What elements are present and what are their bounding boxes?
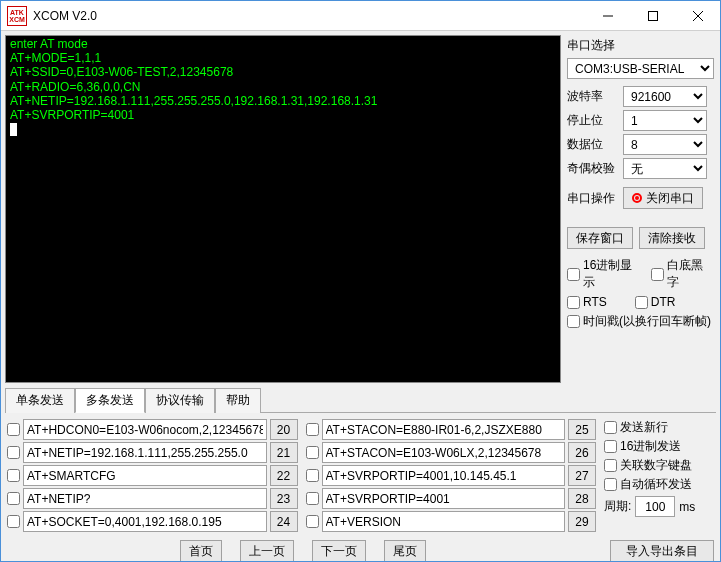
period-input[interactable] bbox=[635, 496, 675, 517]
cursor-icon bbox=[10, 123, 17, 136]
send-row-input[interactable] bbox=[322, 488, 566, 509]
tab-protocol[interactable]: 协议传输 bbox=[145, 388, 215, 413]
stop-label: 停止位 bbox=[567, 112, 619, 129]
serial-settings-panel: 串口选择 COM3:USB-SERIAL 波特率921600 停止位1 数据位8… bbox=[565, 31, 720, 387]
stop-select[interactable]: 1 bbox=[623, 110, 707, 131]
send-row-checkbox[interactable] bbox=[7, 515, 20, 528]
send-row-input[interactable] bbox=[322, 465, 566, 486]
parity-label: 奇偶校验 bbox=[567, 160, 619, 177]
last-page-button[interactable]: 尾页 bbox=[384, 540, 426, 562]
window-title: XCOM V2.0 bbox=[33, 9, 97, 23]
tab-multi[interactable]: 多条发送 bbox=[75, 388, 145, 413]
numkey-checkbox[interactable] bbox=[604, 459, 617, 472]
send-row-button[interactable]: 26 bbox=[568, 442, 596, 463]
send-row-input[interactable] bbox=[23, 511, 267, 532]
send-tabs: 单条发送 多条发送 协议传输 帮助 bbox=[5, 387, 716, 413]
svg-rect-1 bbox=[648, 11, 657, 20]
send-row-button[interactable]: 29 bbox=[568, 511, 596, 532]
send-row-button[interactable]: 22 bbox=[270, 465, 298, 486]
baud-label: 波特率 bbox=[567, 88, 619, 105]
send-row-checkbox[interactable] bbox=[306, 492, 319, 505]
maximize-button[interactable] bbox=[630, 1, 675, 31]
data-label: 数据位 bbox=[567, 136, 619, 153]
send-row-input[interactable] bbox=[23, 419, 267, 440]
first-page-button[interactable]: 首页 bbox=[180, 540, 222, 562]
white-black-checkbox[interactable] bbox=[651, 268, 664, 281]
send-row-checkbox[interactable] bbox=[7, 446, 20, 459]
baud-select[interactable]: 921600 bbox=[623, 86, 707, 107]
send-row-button[interactable]: 24 bbox=[270, 511, 298, 532]
rts-checkbox[interactable] bbox=[567, 296, 580, 309]
send-row-button[interactable]: 25 bbox=[568, 419, 596, 440]
send-row-button[interactable]: 21 bbox=[270, 442, 298, 463]
send-row-checkbox[interactable] bbox=[7, 469, 20, 482]
app-logo-icon: ATKXCM bbox=[7, 6, 27, 26]
autoloop-checkbox[interactable] bbox=[604, 478, 617, 491]
send-row-input[interactable] bbox=[23, 465, 267, 486]
send-row-input[interactable] bbox=[322, 511, 566, 532]
clear-receive-button[interactable]: 清除接收 bbox=[639, 227, 705, 249]
send-row-checkbox[interactable] bbox=[306, 446, 319, 459]
hex-send-checkbox[interactable] bbox=[604, 440, 617, 453]
send-row-checkbox[interactable] bbox=[7, 492, 20, 505]
send-row-checkbox[interactable] bbox=[7, 423, 20, 436]
hex-display-checkbox[interactable] bbox=[567, 268, 580, 281]
tab-help[interactable]: 帮助 bbox=[215, 388, 261, 413]
record-icon bbox=[632, 193, 642, 203]
save-window-button[interactable]: 保存窗口 bbox=[567, 227, 633, 249]
prev-page-button[interactable]: 上一页 bbox=[240, 540, 294, 562]
send-row-button[interactable]: 20 bbox=[270, 419, 298, 440]
send-row-input[interactable] bbox=[322, 419, 566, 440]
send-row-input[interactable] bbox=[23, 488, 267, 509]
send-newline-checkbox[interactable] bbox=[604, 421, 617, 434]
title-bar: ATKXCM XCOM V2.0 bbox=[1, 1, 720, 31]
send-row-checkbox[interactable] bbox=[306, 423, 319, 436]
toggle-port-button[interactable]: 关闭串口 bbox=[623, 187, 703, 209]
send-row-input[interactable] bbox=[23, 442, 267, 463]
send-row-button[interactable]: 28 bbox=[568, 488, 596, 509]
send-row-input[interactable] bbox=[322, 442, 566, 463]
minimize-button[interactable] bbox=[585, 1, 630, 31]
next-page-button[interactable]: 下一页 bbox=[312, 540, 366, 562]
parity-select[interactable]: 无 bbox=[623, 158, 707, 179]
op-label: 串口操作 bbox=[567, 190, 619, 207]
send-row-checkbox[interactable] bbox=[306, 515, 319, 528]
close-button[interactable] bbox=[675, 1, 720, 31]
send-row-button[interactable]: 23 bbox=[270, 488, 298, 509]
dtr-checkbox[interactable] bbox=[635, 296, 648, 309]
import-export-button[interactable]: 导入导出条目 bbox=[610, 540, 714, 562]
timestamp-checkbox[interactable] bbox=[567, 315, 580, 328]
tab-single[interactable]: 单条发送 bbox=[5, 388, 75, 413]
data-select[interactable]: 8 bbox=[623, 134, 707, 155]
period-label: 周期: bbox=[604, 498, 631, 515]
send-row-checkbox[interactable] bbox=[306, 469, 319, 482]
terminal-output[interactable]: enter AT mode AT+MODE=1,1,1 AT+SSID=0,E1… bbox=[5, 35, 561, 383]
panel-heading: 串口选择 bbox=[567, 35, 714, 58]
port-select[interactable]: COM3:USB-SERIAL bbox=[567, 58, 714, 79]
send-row-button[interactable]: 27 bbox=[568, 465, 596, 486]
period-unit: ms bbox=[679, 500, 695, 514]
